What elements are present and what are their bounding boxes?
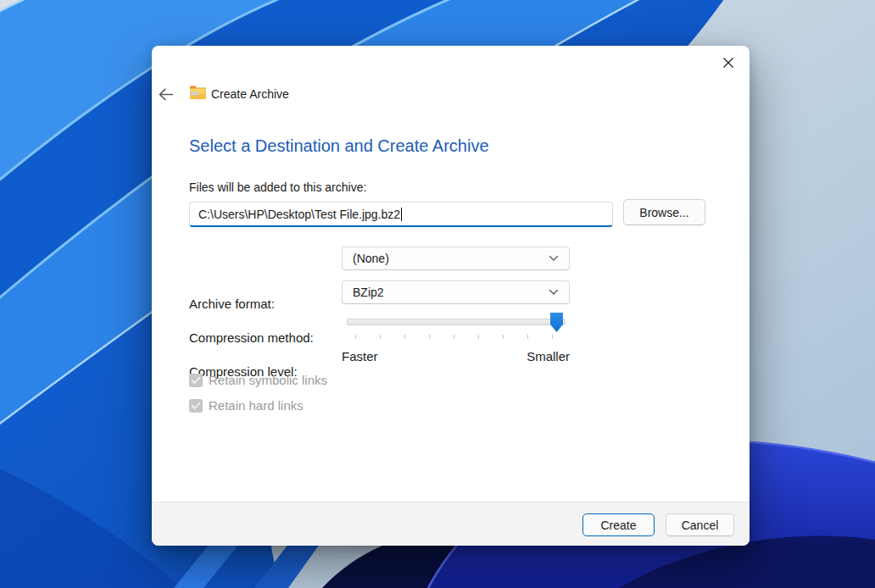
slider-min-label: Faster — [342, 349, 378, 363]
archive-format-label: Archive format: — [189, 297, 275, 311]
checkbox-checked-icon — [189, 399, 203, 413]
back-arrow-icon — [157, 87, 175, 102]
checkbox-checked-icon — [189, 374, 203, 387]
dialog-title: Create Archive — [211, 87, 289, 101]
archive-path-value: C:\Users\HP\Desktop\Test File.jpg.bz2 — [198, 208, 400, 221]
retain-hard-links-checkbox[interactable]: Retain hard links — [189, 398, 304, 413]
page-heading: Select a Destination and Create Archive — [189, 136, 489, 156]
archive-path-input[interactable]: C:\Users\HP\Desktop\Test File.jpg.bz2 — [189, 202, 613, 227]
slider-ticks — [355, 335, 553, 339]
archive-format-select[interactable]: (None) — [342, 247, 570, 270]
create-archive-dialog: Create Archive Select a Destination and … — [152, 46, 750, 546]
compression-method-value: BZip2 — [353, 286, 384, 299]
checkbox-label: Retain hard links — [209, 398, 304, 413]
compression-level-slider[interactable] — [342, 310, 570, 341]
chevron-down-icon — [549, 289, 559, 296]
create-button[interactable]: Create — [582, 513, 655, 536]
close-button[interactable] — [715, 49, 742, 76]
dialog-footer: Create Cancel — [152, 502, 750, 546]
archive-format-value: (None) — [353, 252, 389, 265]
chevron-down-icon — [549, 255, 559, 262]
zip-folder-icon — [189, 85, 207, 100]
retain-symbolic-links-checkbox[interactable]: Retain symbolic links — [189, 373, 327, 387]
desktop: Create Archive Select a Destination and … — [0, 0, 875, 588]
slider-track[interactable] — [347, 319, 566, 325]
path-label: Files will be added to this archive: — [189, 180, 366, 194]
compression-method-select[interactable]: BZip2 — [342, 280, 570, 304]
cancel-button[interactable]: Cancel — [666, 513, 734, 536]
checkbox-label: Retain symbolic links — [209, 373, 327, 387]
slider-thumb[interactable] — [550, 313, 563, 332]
close-icon — [722, 57, 734, 69]
browse-button[interactable]: Browse... — [623, 199, 705, 225]
compression-method-label: Compression method: — [189, 330, 314, 345]
slider-end-labels: Faster Smaller — [342, 349, 570, 363]
back-button[interactable] — [153, 82, 177, 106]
text-cursor — [401, 208, 402, 221]
slider-max-label: Smaller — [527, 349, 570, 363]
